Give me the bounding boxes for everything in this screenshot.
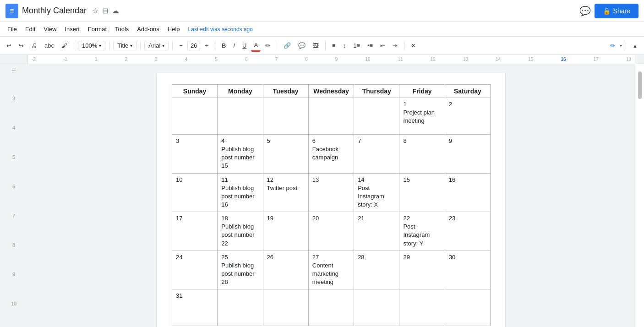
font-size-minus-button[interactable]: −: [176, 40, 186, 51]
numbered-list-button[interactable]: 1≡: [350, 40, 363, 51]
bulleted-list-button[interactable]: •≡: [365, 40, 376, 51]
day-number: 27: [312, 254, 350, 261]
menu-tools[interactable]: Tools: [111, 24, 132, 34]
day-number: 26: [267, 254, 305, 261]
line-num-10: 10: [11, 301, 16, 306]
lock-icon: 🔒: [603, 7, 611, 15]
day-number: 10: [176, 176, 213, 183]
event-text: Facebook campaign: [312, 145, 350, 162]
font-selector[interactable]: Arial ▾: [144, 41, 169, 50]
day-number: 4: [221, 137, 259, 144]
share-button[interactable]: 🔒 Share: [595, 4, 639, 18]
day-number: 13: [312, 176, 350, 183]
calendar-row-5: 31: [172, 289, 491, 326]
align-button[interactable]: ≡: [329, 40, 338, 51]
star-icon[interactable]: ☆: [92, 6, 98, 15]
menu-edit[interactable]: Edit: [22, 24, 39, 34]
day-number: 2: [449, 101, 486, 108]
chat-icon[interactable]: 💬: [579, 5, 591, 16]
event-text: Post Instagram story: X: [358, 184, 395, 209]
event-text: Publish blog post number 16: [221, 184, 259, 209]
event-text: Publish blog post number 28: [221, 262, 259, 287]
day-number: 28: [358, 254, 395, 261]
calendar-cell-5-6: [445, 289, 490, 326]
calendar-cell-4-3: 27Content marketing meeting: [308, 251, 354, 289]
calendar-cell-1-5: 8: [399, 135, 445, 174]
zoom-selector[interactable]: 100% ▾: [78, 41, 105, 50]
day-number: 20: [312, 215, 350, 222]
italic-button[interactable]: I: [230, 40, 238, 51]
menu-file[interactable]: File: [4, 24, 21, 34]
line-spacing-button[interactable]: ↕: [340, 40, 349, 51]
bold-button[interactable]: B: [219, 40, 229, 51]
spell-check-button[interactable]: abc: [42, 40, 57, 51]
event-text: Twitter post: [267, 184, 305, 192]
menu-format[interactable]: Format: [84, 24, 110, 34]
calendar-cell-3-3: 20: [308, 212, 354, 251]
line-num-9: 9: [12, 272, 15, 277]
day-number: 11: [221, 176, 259, 183]
day-number: 7: [358, 137, 395, 144]
paint-format-button[interactable]: 🖌: [59, 40, 70, 51]
menu-bar: File Edit View Insert Format Tools Add-o…: [0, 22, 644, 37]
menu-view[interactable]: View: [40, 24, 60, 34]
style-selector[interactable]: Title ▾: [113, 41, 136, 50]
pen-button[interactable]: ✏: [607, 40, 618, 51]
expand-button[interactable]: ▲: [630, 41, 640, 50]
calendar-cell-2-3: 13: [308, 173, 354, 212]
line-num-4: 4: [12, 125, 15, 131]
undo-button[interactable]: ↩: [4, 40, 14, 51]
menu-insert[interactable]: Insert: [61, 24, 83, 34]
page: Sunday Monday Tuesday Wednesday Thursday…: [157, 73, 505, 327]
image-button[interactable]: 🖼: [310, 40, 322, 51]
day-number: 21: [358, 215, 395, 222]
header-wednesday: Wednesday: [308, 85, 354, 98]
text-color-button[interactable]: A: [251, 40, 261, 52]
calendar-cell-5-1: [218, 289, 263, 326]
calendar-header-row: Sunday Monday Tuesday Wednesday Thursday…: [172, 85, 491, 98]
calendar-row-0: 1Project plan meeting2: [172, 98, 491, 135]
day-number: 14: [358, 176, 395, 183]
cloud-icon[interactable]: ☁: [112, 6, 119, 15]
event-text: Project plan meeting: [403, 109, 441, 125]
event-text: Publish blog post number 22: [221, 223, 259, 248]
comment-button[interactable]: 💬: [295, 40, 308, 51]
line-num-5: 5: [12, 154, 15, 160]
link-button[interactable]: 🔗: [281, 40, 294, 51]
toolbar: ↩ ↪ 🖨 abc 🖌 100% ▾ Title ▾ Arial ▾ − 26 …: [0, 37, 644, 55]
font-size-plus-button[interactable]: +: [202, 40, 211, 51]
clear-format-button[interactable]: ✕: [408, 40, 419, 51]
line-num-3: 3: [12, 96, 15, 101]
day-number: 15: [403, 176, 441, 183]
calendar-cell-2-2: 12Twitter post: [263, 173, 308, 212]
day-number: 25: [221, 254, 259, 261]
menu-addons[interactable]: Add-ons: [133, 24, 163, 34]
calendar-cell-4-4: 28: [354, 251, 399, 289]
day-number: 22: [403, 215, 441, 222]
underline-button[interactable]: U: [240, 40, 249, 51]
menu-help[interactable]: Help: [164, 24, 184, 34]
folder-icon[interactable]: ⊟: [102, 6, 108, 15]
highlight-button[interactable]: ✏: [262, 40, 273, 51]
calendar-cell-1-1: 4Publish blog post number 15: [218, 135, 263, 174]
print-button[interactable]: 🖨: [28, 40, 40, 51]
indent-less-button[interactable]: ⇤: [377, 40, 388, 51]
font-size-input[interactable]: 26: [187, 41, 200, 50]
indent-more-button[interactable]: ⇥: [390, 40, 400, 51]
calendar-row-4: 2425Publish blog post number 282627Conte…: [172, 251, 491, 289]
day-number: 23: [449, 215, 486, 222]
title-icons: ☆ ⊟ ☁: [92, 6, 119, 15]
calendar-cell-0-3: [308, 98, 354, 135]
calendar-cell-3-2: 19: [263, 212, 308, 251]
day-number: 17: [176, 215, 213, 222]
calendar-cell-1-0: 3: [172, 135, 218, 174]
sidebar: ☰ 3 4 5 6 7 8 9 10 11 12 13 14 15 16 17: [0, 64, 27, 327]
calendar-cell-4-1: 25Publish blog post number 28: [218, 251, 263, 289]
day-number: 30: [449, 254, 486, 261]
style-chevron: ▾: [130, 43, 132, 48]
calendar-cell-5-5: [399, 289, 445, 326]
right-panel: [635, 64, 644, 327]
scrollbar-thumb[interactable]: [638, 71, 642, 99]
redo-button[interactable]: ↪: [16, 40, 27, 51]
header-saturday: Saturday: [445, 85, 490, 98]
